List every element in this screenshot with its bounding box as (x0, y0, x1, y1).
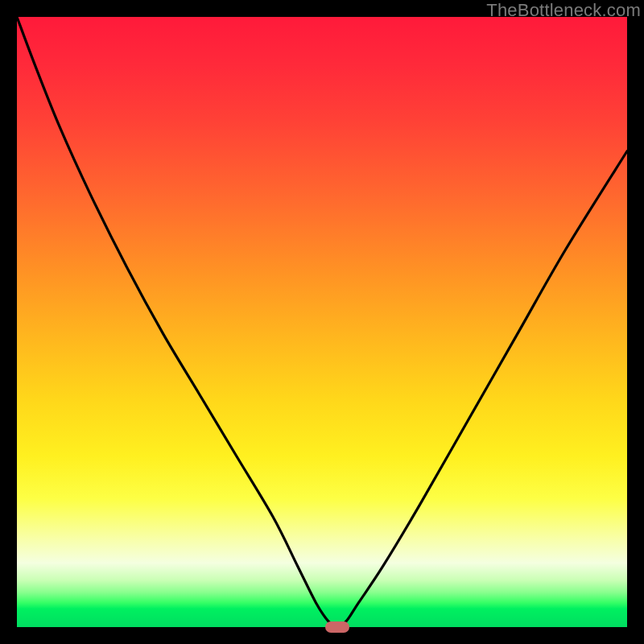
minimum-marker (325, 621, 349, 633)
bottleneck-curve (17, 17, 627, 627)
plot-area (17, 17, 627, 627)
watermark-text: TheBottleneck.com (486, 0, 641, 21)
chart-frame: TheBottleneck.com (0, 0, 644, 644)
curve-svg (17, 17, 627, 627)
